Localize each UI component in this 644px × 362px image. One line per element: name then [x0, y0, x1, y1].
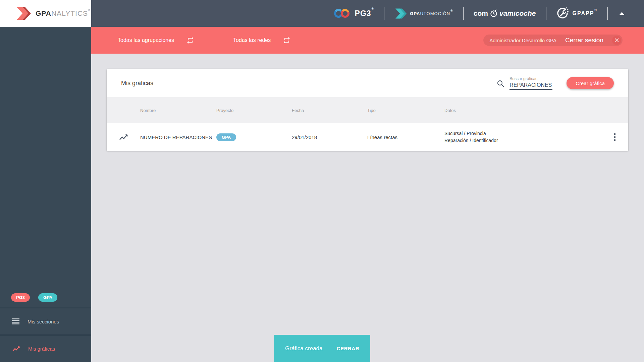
menu-icon — [12, 318, 19, 324]
gpa-analytics-logo[interactable]: GPANALYTICS® — [0, 0, 91, 27]
logout-button[interactable]: Cerrar sesión — [565, 37, 603, 44]
brand-gpaapp[interactable]: GPAPP® — [556, 7, 597, 19]
gpa-analytics-wordmark: GPANALYTICS® — [36, 9, 91, 17]
sidebar-item-mis-graficas[interactable]: Mis gráficas — [0, 335, 91, 362]
sidebar-item-label: Mis gráficas — [28, 346, 55, 352]
comprovamicoche-wordmark: com vamicoche — [474, 9, 536, 18]
search-icon[interactable] — [496, 79, 505, 90]
header-divider — [463, 7, 464, 20]
swap-icon[interactable] — [186, 36, 194, 44]
row-data: Sucursal / Provincia Reparación / Identi… — [444, 130, 601, 144]
groupings-label: Todas las agrupaciones — [118, 37, 174, 43]
snackbar: Gráfica creada CERRAR — [274, 335, 370, 362]
pg3-wordmark: PG3® — [355, 9, 374, 18]
row-menu-kebab-icon[interactable] — [612, 131, 618, 143]
snackbar-close-button[interactable]: CERRAR — [337, 346, 359, 351]
snackbar-message: Gráfica creada — [285, 345, 323, 352]
column-header-fecha: Fecha — [292, 108, 367, 113]
gpaapp-wrench-icon — [556, 7, 569, 19]
search-group: Buscar gráficas — [496, 76, 552, 90]
logout-close-icon[interactable] — [612, 36, 621, 45]
row-line-chart-icon — [119, 132, 128, 142]
sidebar-item-mis-secciones[interactable]: Mis secciones — [0, 308, 91, 335]
page-title: Mis gráficas — [121, 80, 153, 87]
header-divider — [384, 7, 384, 20]
brand-pg3[interactable]: PG3® — [333, 8, 374, 19]
column-header-nombre: Nombre — [140, 108, 216, 113]
badge-gpa[interactable]: GPA — [38, 293, 57, 302]
sidebar-item-label: Mis secciones — [28, 319, 59, 324]
row-date: 29/01/2018 — [292, 134, 367, 140]
user-session-pill: Administrador Desarrollo GPA Cerrar sesi… — [483, 35, 623, 46]
project-badge: GPA — [216, 133, 236, 141]
table-header: Nombre Proyecto Fecha Tipo Datos — [107, 97, 628, 123]
collapse-header-button[interactable] — [619, 12, 625, 15]
row-name: NUMERO DE REPARACIONES — [140, 134, 216, 140]
badge-pg3[interactable]: PG3 — [11, 293, 30, 302]
stopwatch-icon — [489, 9, 498, 18]
header-divider — [607, 7, 608, 20]
sidebar: GPANALYTICS® PG3 GPA Mis secciones — [0, 0, 91, 362]
gpa-arrow-icon — [15, 6, 31, 20]
filter-bar: Todas las agrupaciones Todas las redes A… — [91, 27, 644, 54]
column-header-datos: Datos — [444, 108, 601, 113]
gpaapp-wordmark: GPAPP® — [573, 10, 597, 16]
top-header: PG3® GPAUTOMOCIÓN® com vamicoche — [91, 0, 644, 27]
line-chart-icon — [12, 345, 20, 353]
table-row[interactable]: NUMERO DE REPARACIONES GPA 29/01/2018 Lí… — [107, 123, 628, 151]
main-content: Mis gráficas Buscar gráficas Crear gráfi… — [91, 54, 644, 362]
sidebar-bottom: PG3 GPA Mis secciones — [0, 287, 91, 362]
user-name: Administrador Desarrollo GPA — [489, 38, 556, 43]
column-header-proyecto: Proyecto — [216, 108, 292, 113]
gpautomocion-wordmark: GPAUTOMOCIÓN® — [410, 11, 453, 16]
brand-gpautomocion[interactable]: GPAUTOMOCIÓN® — [394, 8, 453, 19]
column-header-tipo: Tipo — [367, 108, 444, 113]
swap-icon[interactable] — [283, 36, 291, 44]
app-badges: PG3 GPA — [0, 287, 91, 308]
gpautomocion-arrow-icon — [394, 8, 407, 19]
search-label: Buscar gráficas — [509, 76, 552, 81]
brand-comprovamicoche[interactable]: com vamicoche — [474, 9, 536, 18]
search-input[interactable] — [509, 81, 552, 90]
pg3-infinity-icon — [333, 8, 351, 19]
search-field: Buscar gráficas — [509, 76, 552, 90]
header-divider — [546, 7, 546, 20]
mis-graficas-card: Mis gráficas Buscar gráficas Crear gráfi… — [107, 69, 628, 151]
create-chart-button[interactable]: Crear gráfica — [567, 77, 614, 89]
groupings-selector[interactable]: Todas las agrupaciones — [118, 36, 194, 44]
card-header: Mis gráficas Buscar gráficas Crear gráfi… — [107, 69, 628, 97]
up-triangle-icon — [619, 12, 625, 15]
row-type: Líneas rectas — [367, 134, 444, 140]
networks-label: Todas las redes — [233, 37, 271, 43]
networks-selector[interactable]: Todas las redes — [233, 36, 291, 44]
